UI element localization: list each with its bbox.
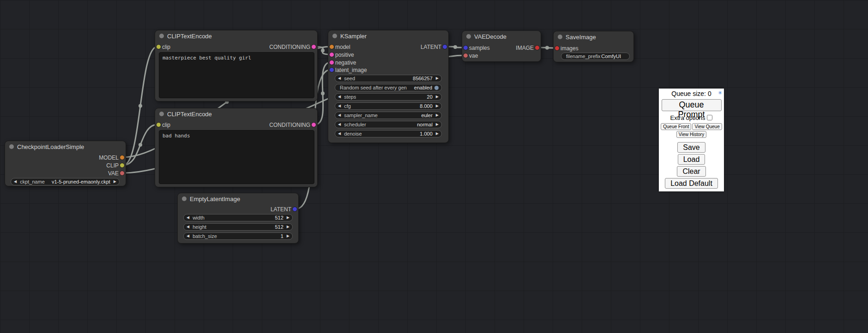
view-queue-button[interactable]: View Queue	[692, 123, 722, 130]
increment-arrow-icon[interactable]: ▶	[287, 216, 289, 220]
increment-arrow-icon[interactable]: ▶	[436, 104, 439, 108]
input-dot-model[interactable]	[329, 44, 334, 49]
output-dot-latent[interactable]	[442, 44, 447, 49]
input-slot-samples[interactable]: samples	[462, 44, 490, 52]
cfg-number-widget[interactable]: ◀ cfg 8.000 ▶	[335, 102, 442, 110]
scheduler-combo-widget[interactable]: ◀ scheduler normal ▶	[335, 121, 442, 128]
input-dot-image[interactable]	[555, 46, 560, 51]
height-number-widget[interactable]: ◀ height 512 ▶	[183, 223, 293, 231]
input-slot-positive[interactable]: positive	[328, 51, 354, 59]
decrement-arrow-icon[interactable]: ◀	[338, 104, 341, 108]
output-dot-conditioning[interactable]	[311, 44, 316, 49]
ckpt-name-combo-widget[interactable]: ◀ ckpt_name v1-5-pruned-emaonly.ckpt ▶	[11, 178, 120, 185]
output-slot-conditioning[interactable]: CONDITIONING	[269, 43, 317, 51]
output-dot-conditioning[interactable]	[311, 122, 316, 127]
increment-arrow-icon[interactable]: ▶	[287, 225, 289, 229]
output-slot-image[interactable]: IMAGE	[516, 44, 541, 52]
input-dot-latent[interactable]	[463, 45, 468, 50]
load-default-button[interactable]: Load Default	[665, 178, 718, 189]
node-title-bar[interactable]: CLIPTextEncode	[155, 30, 317, 42]
input-dot-clip[interactable]	[156, 122, 161, 127]
input-slot-model[interactable]: model	[328, 43, 350, 51]
input-dot-clip[interactable]	[156, 44, 161, 49]
output-dot-clip[interactable]	[120, 163, 125, 168]
combo-left-arrow-icon[interactable]: ◀	[338, 123, 341, 126]
denoise-number-widget[interactable]: ◀ denoise 1.000 ▶	[335, 130, 442, 137]
increment-arrow-icon[interactable]: ▶	[436, 77, 439, 80]
node-collapse-dot-icon[interactable]	[182, 196, 187, 201]
input-slot-clip[interactable]: clip	[155, 43, 170, 51]
combo-right-arrow-icon[interactable]: ▶	[436, 113, 439, 117]
load-button[interactable]: Load	[678, 154, 705, 165]
node-title-bar[interactable]: EmptyLatentImage	[178, 193, 298, 204]
view-history-button[interactable]: View History	[676, 131, 706, 138]
output-slot-vae[interactable]: VAE	[108, 170, 126, 177]
output-slot-latent[interactable]: LATENT	[421, 43, 448, 51]
input-dot-conditioning[interactable]	[329, 60, 334, 65]
random-seed-toggle-widget[interactable]: Random seed after every gen enabled	[335, 84, 442, 91]
combo-left-arrow-icon[interactable]: ◀	[338, 113, 341, 117]
queue-prompt-button[interactable]: Queue Prompt	[662, 99, 722, 111]
decrement-arrow-icon[interactable]: ◀	[338, 132, 341, 136]
node-collapse-dot-icon[interactable]	[9, 144, 14, 149]
filename-prefix-text-widget[interactable]: filename_prefix ComfyUI	[561, 53, 630, 60]
input-dot-conditioning[interactable]	[329, 52, 334, 57]
input-dot-vae[interactable]	[463, 53, 468, 58]
node-checkpoint-loader-simple[interactable]: CheckpointLoaderSimple MODEL CLIP VAE ◀ …	[5, 141, 126, 186]
node-title-bar[interactable]: KSampler	[328, 30, 448, 42]
node-collapse-dot-icon[interactable]	[159, 34, 164, 38]
output-slot-clip[interactable]: CLIP	[106, 162, 126, 169]
node-save-image[interactable]: SaveImage images filename_prefix ComfyUI	[553, 31, 634, 62]
settings-gear-icon[interactable]: ✳	[718, 90, 722, 96]
node-clip-text-encode-positive[interactable]: CLIPTextEncode clip CONDITIONING masterp…	[155, 30, 318, 101]
clear-button[interactable]: Clear	[677, 166, 705, 177]
output-dot-vae[interactable]	[120, 171, 125, 176]
combo-right-arrow-icon[interactable]: ▶	[114, 180, 116, 184]
positive-prompt-textarea[interactable]: masterpiece best quality girl	[159, 52, 314, 98]
input-dot-latent[interactable]	[329, 67, 334, 72]
node-title-bar[interactable]: CheckpointLoaderSimple	[5, 141, 126, 152]
save-button[interactable]: Save	[677, 142, 705, 153]
decrement-arrow-icon[interactable]: ◀	[338, 77, 341, 80]
increment-arrow-icon[interactable]: ▶	[287, 234, 289, 238]
batch-size-number-widget[interactable]: ◀ batch_size 1 ▶	[183, 232, 293, 240]
queue-front-button[interactable]: Queue Front	[661, 123, 691, 130]
node-ksampler[interactable]: KSampler model positive negative latent_…	[328, 30, 449, 143]
combo-left-arrow-icon[interactable]: ◀	[14, 180, 17, 184]
negative-prompt-textarea[interactable]: bad hands	[159, 130, 314, 184]
decrement-arrow-icon[interactable]: ◀	[338, 95, 341, 99]
decrement-arrow-icon[interactable]: ◀	[187, 216, 189, 220]
width-number-widget[interactable]: ◀ width 512 ▶	[183, 214, 293, 221]
node-clip-text-encode-negative[interactable]: CLIPTextEncode clip CONDITIONING bad han…	[155, 108, 318, 187]
input-slot-negative[interactable]: negative	[328, 59, 356, 66]
increment-arrow-icon[interactable]: ▶	[436, 95, 439, 99]
output-dot-model[interactable]	[120, 155, 125, 160]
node-collapse-dot-icon[interactable]	[332, 34, 337, 38]
node-vae-decode[interactable]: VAEDecode samples vae IMAGE	[462, 30, 541, 62]
extra-options-checkbox[interactable]	[707, 115, 712, 120]
node-collapse-dot-icon[interactable]	[466, 34, 471, 39]
node-collapse-dot-icon[interactable]	[558, 35, 562, 39]
input-slot-clip[interactable]: clip	[155, 121, 170, 129]
seed-number-widget[interactable]: ◀ seed 8566257 ▶	[335, 75, 442, 82]
decrement-arrow-icon[interactable]: ◀	[187, 225, 189, 229]
sampler-name-combo-widget[interactable]: ◀ sampler_name euler ▶	[335, 112, 442, 119]
input-slot-vae[interactable]: vae	[462, 52, 478, 59]
decrement-arrow-icon[interactable]: ◀	[187, 234, 189, 238]
output-dot-latent[interactable]	[292, 207, 297, 212]
node-collapse-dot-icon[interactable]	[159, 112, 164, 116]
increment-arrow-icon[interactable]: ▶	[436, 132, 439, 136]
output-dot-image[interactable]	[535, 45, 540, 50]
output-slot-model[interactable]: MODEL	[99, 154, 126, 161]
steps-number-widget[interactable]: ◀ steps 20 ▶	[335, 93, 442, 101]
node-title-bar[interactable]: CLIPTextEncode	[155, 108, 317, 119]
node-empty-latent-image[interactable]: EmptyLatentImage LATENT ◀ width 512 ▶ ◀ …	[177, 193, 299, 244]
output-slot-latent[interactable]: LATENT	[271, 206, 298, 213]
node-title-bar[interactable]: VAEDecode	[462, 31, 541, 42]
toggle-enabled-dot-icon[interactable]	[434, 86, 439, 90]
output-slot-conditioning[interactable]: CONDITIONING	[269, 121, 317, 129]
node-title-bar[interactable]: SaveImage	[554, 31, 633, 42]
combo-right-arrow-icon[interactable]: ▶	[436, 123, 439, 126]
input-slot-latent-image[interactable]: latent_image	[328, 66, 367, 74]
input-slot-images[interactable]: images	[554, 45, 579, 52]
